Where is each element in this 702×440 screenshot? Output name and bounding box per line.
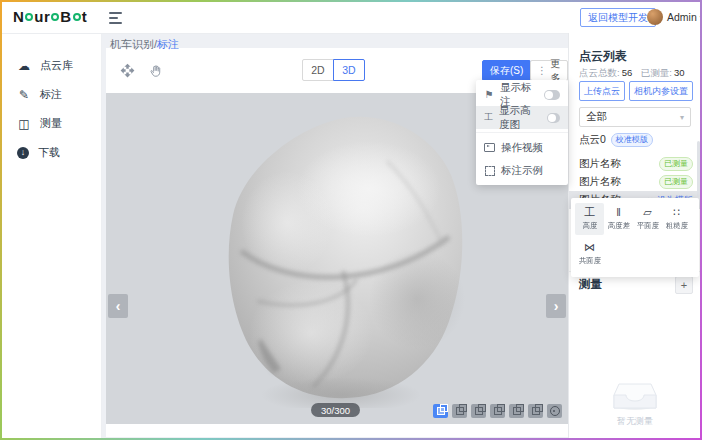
tool-label: 共面度 — [578, 255, 600, 265]
cloud-icon: ☁ — [17, 59, 31, 73]
pan-move-icon[interactable] — [120, 63, 135, 78]
view-back-button[interactable] — [471, 404, 486, 418]
view-right-button[interactable] — [509, 404, 524, 418]
menu-divider — [476, 132, 568, 133]
view-orientation-bar — [433, 404, 562, 418]
height-ibeam-icon: 工 — [484, 111, 493, 124]
template-badge: 校准模版 — [611, 133, 653, 147]
cube-icon — [494, 407, 502, 415]
logo-text: N — [13, 8, 24, 25]
empty-box-icon — [613, 381, 657, 411]
total-label: 点云总数: — [579, 67, 620, 78]
user-menu[interactable]: Admin ▾ — [667, 11, 700, 23]
video-icon — [484, 143, 495, 152]
menu-item-annotation-example[interactable]: 标注示例 — [476, 159, 568, 182]
filter-select[interactable]: 全部 ▾ — [579, 107, 691, 127]
tool-height[interactable]: 工 高度 — [575, 203, 604, 235]
roughness-tool-icon: ∷ — [673, 207, 680, 218]
show-annotation-toggle[interactable] — [544, 90, 560, 100]
menu-item-label: 操作视频 — [501, 141, 543, 155]
tool-roughness[interactable]: ∷ 粗糙度 — [662, 203, 691, 235]
view-front-button[interactable] — [452, 404, 467, 418]
gear-icon — [73, 13, 81, 21]
panel-scrollbar[interactable] — [697, 141, 700, 197]
back-to-model-dev-button[interactable]: 返回模型开发 — [580, 8, 656, 27]
panel-title: 点云列表 — [579, 48, 627, 65]
view-left-button[interactable] — [490, 404, 505, 418]
gear-icon — [51, 13, 59, 21]
pointcloud-group-row[interactable]: 点云0 校准模版 — [579, 133, 653, 147]
pen-icon: ✎ — [17, 88, 31, 102]
panel-actions: 上传点云 相机内参设置 — [579, 81, 693, 101]
view-default-button[interactable] — [433, 404, 448, 418]
tool-height-difference[interactable]: ‖ 高度差 — [604, 203, 633, 235]
total-value: 56 — [622, 67, 633, 78]
sidebar-item-pointcloud-library[interactable]: ☁ 点云库 — [2, 51, 101, 80]
logo-text: B — [60, 8, 71, 25]
measured-badge: 已测量 — [659, 175, 693, 189]
sidebar-item-measure[interactable]: ◫ 测量 — [2, 109, 101, 138]
cube-icon — [513, 407, 521, 415]
prev-image-button[interactable]: ‹ — [108, 294, 128, 318]
save-button[interactable]: 保存(S) — [482, 60, 531, 81]
more-dropdown-menu: ⚑ 显示标注 工 显示高度图 操作视频 标注示例 — [476, 80, 568, 185]
measure-title: 测量 — [579, 277, 602, 292]
sidebar-item-annotation[interactable]: ✎ 标注 — [2, 80, 101, 109]
menu-fold-icon[interactable] — [109, 12, 123, 24]
locate-center-button[interactable] — [547, 404, 562, 418]
logo-text: ur — [34, 8, 50, 25]
menu-item-label: 标注示例 — [501, 164, 543, 178]
dimension-toggle: 2D 3D — [302, 59, 365, 81]
breadcrumb-current: 标注 — [157, 38, 179, 50]
height-difference-tool-icon: ‖ — [616, 207, 621, 218]
tool-label: 高度 — [582, 220, 597, 230]
more-button[interactable]: ⋮ 更多 — [530, 60, 568, 81]
app-root: NurBt 返回模型开发 Admin ▾ ☁ 点云库 ✎ 标注 ◫ 测量 ↓ 下… — [2, 2, 700, 438]
sidebar-item-label: 下载 — [38, 145, 60, 160]
add-measure-button[interactable]: + — [675, 276, 693, 294]
breadcrumb-parent[interactable]: 机车识别 — [110, 38, 154, 50]
measured-badge: 已测量 — [659, 157, 693, 171]
flatness-tool-icon: ▱ — [643, 207, 651, 218]
upload-pointcloud-button[interactable]: 上传点云 — [579, 81, 625, 101]
app-header: NurBt 返回模型开发 Admin ▾ — [2, 2, 700, 34]
mode-2d-button[interactable]: 2D — [302, 59, 334, 81]
sidebar: ☁ 点云库 ✎ 标注 ◫ 测量 ↓ 下载 — [2, 33, 102, 438]
pointcloud-name: 点云0 — [579, 133, 606, 147]
tool-flatness[interactable]: ▱ 平面度 — [633, 203, 662, 235]
image-list-item[interactable]: 图片名称 已测量 — [569, 173, 700, 191]
show-heightmap-toggle[interactable] — [547, 113, 560, 123]
sidebar-item-label: 标注 — [40, 87, 62, 102]
pointcloud-list-panel: 点云列表 点云总数:56 已测量:30 上传点云 相机内参设置 全部 ▾ 点云0… — [568, 33, 700, 438]
filter-value: 全部 — [586, 110, 607, 124]
empty-text: 暂无测量 — [617, 415, 653, 428]
next-image-button[interactable]: › — [546, 294, 566, 318]
breadcrumb: 机车识别/标注 — [110, 37, 179, 52]
sidebar-item-label: 测量 — [40, 116, 62, 131]
cube-icon — [532, 407, 540, 415]
mode-3d-button[interactable]: 3D — [333, 59, 365, 81]
menu-item-label: 显示高度图 — [499, 104, 541, 132]
panel-stats: 点云总数:56 已测量:30 — [579, 67, 691, 80]
sidebar-item-download[interactable]: ↓ 下载 — [2, 138, 101, 167]
camera-intrinsics-button[interactable]: 相机内参设置 — [629, 81, 693, 101]
measure-icon: ◫ — [17, 117, 31, 131]
tooth-3d-model — [191, 103, 491, 408]
cube-icon — [475, 407, 483, 415]
gear-icon — [25, 13, 33, 21]
avatar[interactable] — [647, 9, 663, 25]
menu-item-show-heightmap[interactable]: 工 显示高度图 — [476, 106, 568, 129]
frame-icon — [484, 166, 495, 176]
hand-drag-icon[interactable] — [149, 64, 163, 78]
app-logo: NurBt — [13, 8, 87, 25]
tool-label: 粗糙度 — [665, 220, 687, 230]
image-list-item[interactable]: 图片名称 已测量 — [569, 155, 700, 173]
tool-coplanarity[interactable]: ⋈ 共面度 — [575, 238, 604, 270]
view-top-button[interactable] — [528, 404, 543, 418]
chevron-down-icon: ▾ — [680, 113, 684, 122]
coplanarity-tool-icon: ⋈ — [584, 242, 595, 253]
user-name: Admin — [667, 11, 697, 23]
image-name: 图片名称 — [579, 157, 621, 171]
menu-item-operation-video[interactable]: 操作视频 — [476, 136, 568, 159]
cube-icon — [456, 407, 464, 415]
